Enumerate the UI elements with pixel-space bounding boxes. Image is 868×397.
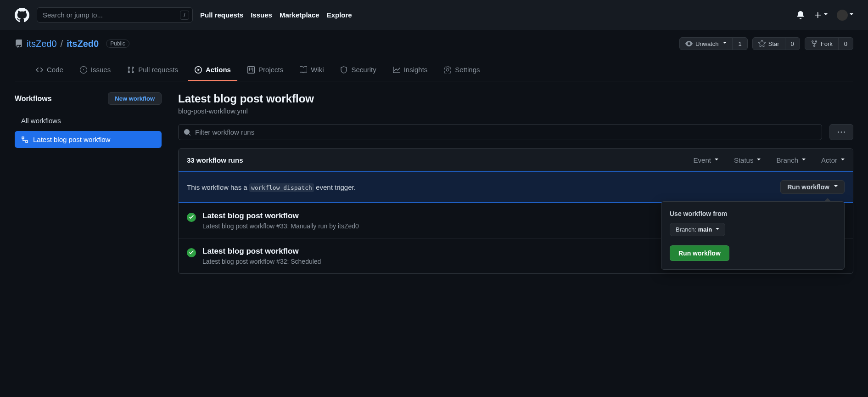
tab-settings[interactable]: Settings xyxy=(437,61,486,81)
unwatch-label: Unwatch xyxy=(695,40,719,47)
eye-icon xyxy=(685,40,693,47)
search-input[interactable] xyxy=(37,7,193,23)
dispatch-banner: This workflow has a workflow_dispatch ev… xyxy=(179,171,853,203)
shield-icon xyxy=(340,66,347,74)
github-logo-icon[interactable] xyxy=(15,8,29,23)
fork-icon xyxy=(811,40,818,47)
new-workflow-button[interactable]: New workflow xyxy=(108,92,162,105)
chevron-down-icon xyxy=(834,185,838,189)
repo-header: itsZed0 / itsZed0 Public Unwatch 1 Star … xyxy=(0,30,868,81)
repo-nav: Code Issues Pull requests Actions Projec… xyxy=(15,61,853,81)
run-workflow-popover: Use workflow from Branch: main Run workf… xyxy=(661,201,845,270)
branch-prefix: Branch: xyxy=(676,226,696,233)
tab-security[interactable]: Security xyxy=(334,61,382,81)
nav-explore[interactable]: Explore xyxy=(327,11,352,19)
dispatch-suffix: event trigger. xyxy=(314,183,356,191)
repo-separator: / xyxy=(61,39,63,49)
main-content: Workflows New workflow All workflows Lat… xyxy=(0,81,868,285)
tab-projects[interactable]: Projects xyxy=(241,61,290,81)
filter-label: Event xyxy=(694,156,711,164)
content-area: Latest blog post workflow blog-post-work… xyxy=(178,92,853,274)
tab-pull-requests[interactable]: Pull requests xyxy=(121,61,185,81)
chevron-down-icon xyxy=(850,13,853,17)
filter-branch[interactable]: Branch xyxy=(776,156,806,164)
repo-owner-link[interactable]: itsZed0 xyxy=(27,39,57,49)
sidebar-header: Workflows New workflow xyxy=(15,92,162,105)
filter-label: Status xyxy=(734,156,754,164)
nav-pull-requests[interactable]: Pull requests xyxy=(200,11,243,19)
tab-code[interactable]: Code xyxy=(29,61,70,81)
fork-count: 0 xyxy=(838,38,853,50)
run-title[interactable]: Latest blog post workflow xyxy=(202,211,359,221)
tab-issues-label: Issues xyxy=(91,66,111,74)
filter-status[interactable]: Status xyxy=(734,156,761,164)
star-label: Star xyxy=(768,40,779,47)
tab-security-label: Security xyxy=(351,66,376,74)
chevron-down-icon xyxy=(802,159,806,162)
tab-code-label: Code xyxy=(47,66,63,74)
sidebar-item-label: Latest blog post workflow xyxy=(33,136,110,143)
star-button[interactable]: Star 0 xyxy=(752,37,800,50)
kebab-menu-button[interactable] xyxy=(829,124,853,140)
tab-actions[interactable]: Actions xyxy=(188,61,237,81)
tab-insights[interactable]: Insights xyxy=(386,61,434,81)
fork-label: Fork xyxy=(821,40,833,47)
filter-event[interactable]: Event xyxy=(694,156,718,164)
chevron-down-icon xyxy=(824,13,828,17)
nav-issues[interactable]: Issues xyxy=(251,11,272,19)
fork-button[interactable]: Fork 0 xyxy=(805,37,853,50)
sidebar-heading: Workflows xyxy=(15,95,52,103)
tab-wiki-label: Wiki xyxy=(311,66,324,74)
global-search: / xyxy=(37,7,193,23)
run-workflow-submit-button[interactable]: Run workflow xyxy=(670,245,729,261)
repo-name-link[interactable]: itsZed0 xyxy=(67,39,99,49)
filter-input[interactable] xyxy=(178,124,822,140)
run-sub-link[interactable]: Latest blog post workflow xyxy=(202,222,274,230)
code-icon xyxy=(36,66,43,74)
run-subtitle: Latest blog post workflow #33: Manually … xyxy=(202,222,359,230)
dispatch-prefix: This workflow has a xyxy=(187,183,249,191)
run-workflow-label: Run workflow xyxy=(787,183,829,191)
tab-insights-label: Insights xyxy=(404,66,428,74)
chevron-down-icon xyxy=(716,228,719,232)
pr-icon xyxy=(127,66,134,74)
tab-wiki[interactable]: Wiki xyxy=(293,61,330,81)
workflows-sidebar: Workflows New workflow All workflows Lat… xyxy=(15,92,162,274)
search-icon xyxy=(184,129,191,136)
unwatch-button[interactable]: Unwatch 1 xyxy=(679,37,748,50)
tab-pr-label: Pull requests xyxy=(138,66,178,74)
issue-icon xyxy=(80,66,87,74)
repo-icon xyxy=(15,40,23,48)
workflow-file-name[interactable]: blog-post-workflow.yml xyxy=(178,107,853,115)
graph-icon xyxy=(393,66,400,74)
run-sub-link[interactable]: Latest blog post workflow xyxy=(202,258,274,265)
nav-marketplace[interactable]: Marketplace xyxy=(280,11,319,19)
sidebar-item-latest-blog-post[interactable]: Latest blog post workflow xyxy=(15,131,162,148)
chevron-down-icon xyxy=(715,159,718,162)
run-sub-rest: #32: Scheduled xyxy=(274,258,321,265)
slash-key-hint: / xyxy=(180,11,189,20)
gear-icon xyxy=(444,66,451,74)
tab-projects-label: Projects xyxy=(258,66,283,74)
filter-actor[interactable]: Actor xyxy=(821,156,845,164)
filter-label: Branch xyxy=(776,156,798,164)
tab-settings-label: Settings xyxy=(455,66,480,74)
runs-filters: Event Status Branch Actor xyxy=(694,156,845,164)
create-new-dropdown[interactable] xyxy=(814,11,828,19)
plus-icon xyxy=(814,11,822,19)
sidebar-item-label: All workflows xyxy=(21,117,61,125)
tab-issues[interactable]: Issues xyxy=(73,61,117,81)
avatar xyxy=(837,10,848,21)
user-menu[interactable] xyxy=(837,10,853,21)
sidebar-item-all-workflows[interactable]: All workflows xyxy=(15,112,162,129)
workflow-icon xyxy=(21,136,28,143)
filter-input-wrap xyxy=(178,124,822,140)
run-sub-rest: #33: Manually run by itsZed0 xyxy=(274,222,359,230)
filter-row xyxy=(178,124,853,140)
branch-select-button[interactable]: Branch: main xyxy=(670,223,725,236)
runs-header: 33 workflow runs Event Status Branch Act… xyxy=(179,149,853,171)
chevron-down-icon xyxy=(723,42,727,45)
notifications-icon[interactable] xyxy=(796,11,805,19)
run-workflow-dropdown-button[interactable]: Run workflow xyxy=(780,180,845,194)
visibility-badge: Public xyxy=(106,40,129,48)
